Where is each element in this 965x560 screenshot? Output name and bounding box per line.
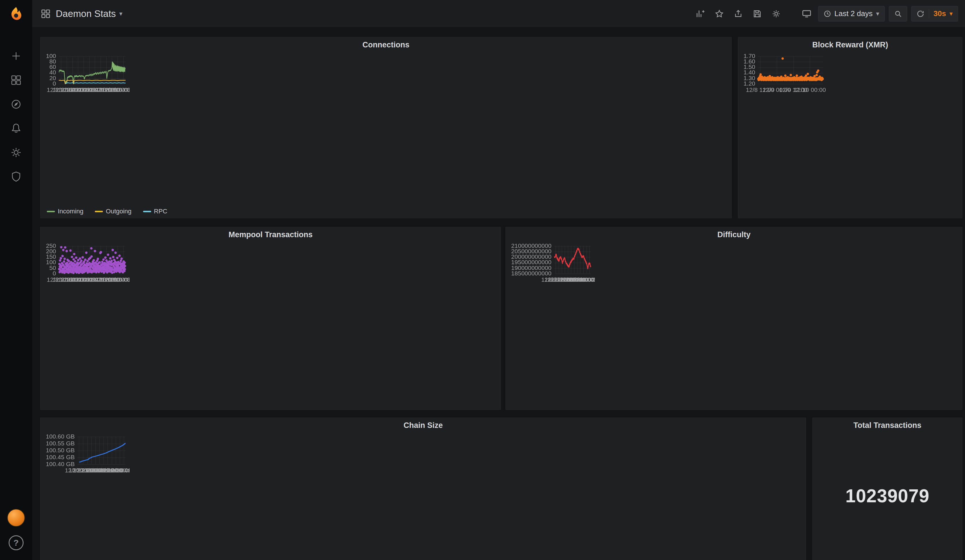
panel-title-connections[interactable]: Connections bbox=[41, 38, 731, 52]
create-icon[interactable] bbox=[0, 48, 32, 64]
dashboards-icon[interactable] bbox=[0, 72, 32, 88]
refresh-interval-label[interactable]: 30s bbox=[934, 9, 946, 18]
alerting-bell-icon[interactable] bbox=[0, 120, 32, 137]
total-transactions-value: 10239079 bbox=[846, 485, 930, 506]
legend-label: RPC bbox=[154, 207, 167, 215]
explore-icon[interactable] bbox=[0, 96, 32, 113]
series-swatch-outgoing bbox=[95, 211, 103, 212]
zoom-out-button[interactable] bbox=[889, 6, 907, 21]
configuration-gear-icon[interactable] bbox=[0, 144, 32, 161]
panel-difficulty: Difficulty bbox=[505, 227, 962, 410]
caret-down-icon: ▾ bbox=[119, 11, 123, 17]
help-icon[interactable]: ? bbox=[9, 535, 24, 550]
save-button[interactable] bbox=[750, 7, 765, 21]
tv-mode-button[interactable] bbox=[799, 7, 814, 21]
caret-down-icon: ▾ bbox=[949, 11, 953, 17]
topbar-left: Daemon Stats ▾ bbox=[32, 8, 123, 19]
magnifier-icon bbox=[894, 10, 902, 18]
mempool-chart[interactable] bbox=[43, 242, 129, 285]
apps-grid-icon bbox=[41, 9, 51, 19]
series-swatch-incoming bbox=[47, 211, 55, 212]
difficulty-chart[interactable] bbox=[509, 242, 595, 285]
topbar-right: Last 2 days ▾ 30s ▾ bbox=[693, 6, 965, 21]
panel-connections: Connections Incoming Outgoing RPC bbox=[40, 37, 732, 218]
legend-item-outgoing[interactable]: Outgoing bbox=[95, 207, 131, 215]
panel-block-reward: Block Reward (XMR) bbox=[738, 37, 962, 218]
sidebar-menu bbox=[0, 48, 32, 185]
legend-item-incoming[interactable]: Incoming bbox=[47, 207, 83, 215]
star-button[interactable] bbox=[712, 7, 727, 21]
panel-title-total-transactions[interactable]: Total Transactions bbox=[813, 418, 962, 433]
chain-size-chart[interactable] bbox=[43, 433, 129, 476]
refresh-icon bbox=[917, 10, 924, 18]
time-range-label: Last 2 days bbox=[834, 9, 873, 18]
topbar: Daemon Stats ▾ bbox=[32, 0, 965, 28]
user-avatar[interactable] bbox=[7, 509, 25, 527]
connections-legend: Incoming Outgoing RPC bbox=[47, 207, 167, 215]
refresh-button-group[interactable]: 30s ▾ bbox=[911, 6, 958, 21]
legend-item-rpc[interactable]: RPC bbox=[143, 207, 167, 215]
panel-chain-size: Chain Size bbox=[40, 418, 806, 560]
legend-label: Incoming bbox=[58, 207, 83, 215]
legend-label: Outgoing bbox=[106, 207, 131, 215]
panel-title-mempool[interactable]: Mempool Transactions bbox=[41, 227, 500, 242]
clock-icon bbox=[824, 10, 831, 18]
settings-gear-button[interactable] bbox=[769, 7, 783, 21]
connections-chart[interactable] bbox=[43, 52, 129, 95]
block-reward-chart[interactable] bbox=[741, 52, 828, 95]
time-range-picker[interactable]: Last 2 days ▾ bbox=[818, 6, 885, 21]
panel-title-difficulty[interactable]: Difficulty bbox=[506, 227, 962, 242]
server-admin-shield-icon[interactable] bbox=[0, 168, 32, 185]
button-divider bbox=[929, 9, 929, 18]
panel-title-chain-size[interactable]: Chain Size bbox=[41, 418, 806, 433]
dashboard-title-text: Daemon Stats bbox=[56, 8, 116, 19]
sidebar: ? bbox=[0, 0, 32, 560]
panel-title-block-reward[interactable]: Block Reward (XMR) bbox=[738, 38, 962, 52]
grafana-logo-icon[interactable] bbox=[0, 0, 32, 28]
caret-down-icon: ▾ bbox=[876, 11, 879, 17]
series-swatch-rpc bbox=[143, 211, 151, 212]
panel-total-transactions: Total Transactions 10239079 bbox=[813, 418, 962, 560]
add-panel-button[interactable] bbox=[693, 7, 708, 21]
panel-mempool-transactions: Mempool Transactions bbox=[40, 227, 501, 410]
sidebar-bottom: ? bbox=[7, 509, 25, 560]
dashboard-title[interactable]: Daemon Stats ▾ bbox=[56, 8, 123, 19]
grafana-dashboard: ? Daemon Stats ▾ bbox=[0, 0, 965, 560]
share-button[interactable] bbox=[731, 7, 746, 21]
